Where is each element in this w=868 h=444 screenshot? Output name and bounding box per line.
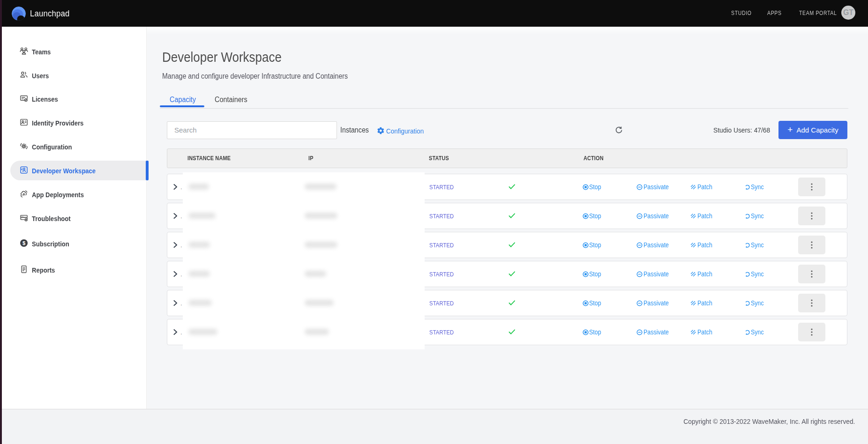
svg-text:$: $ [22,240,25,246]
